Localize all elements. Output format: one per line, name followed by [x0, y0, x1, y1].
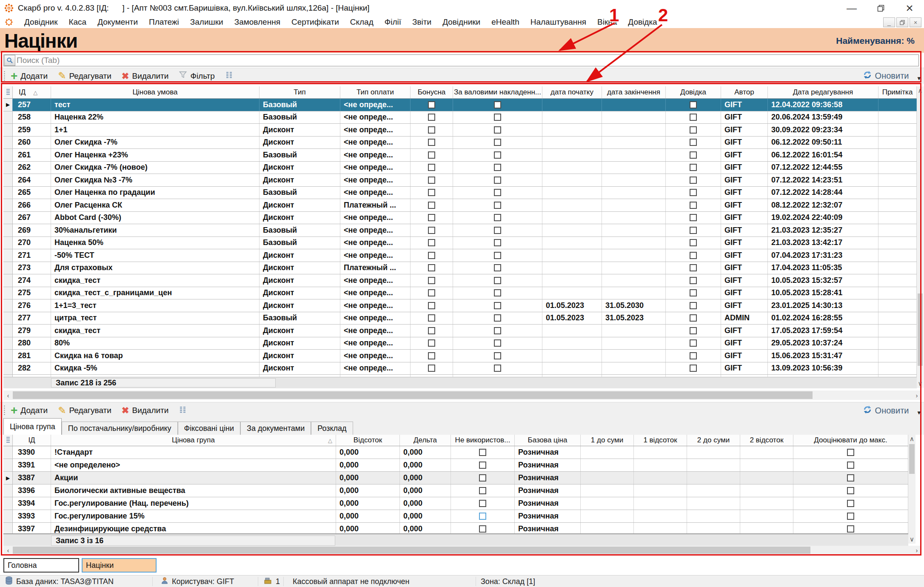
cell-bonus[interactable]: [411, 312, 453, 325]
cell-max[interactable]: [793, 446, 908, 459]
checkbox[interactable]: [690, 314, 697, 322]
menu-item[interactable]: Сертифікати: [286, 17, 345, 27]
checkbox[interactable]: [690, 139, 697, 146]
cell-gross[interactable]: [453, 262, 542, 274]
cell-gross[interactable]: [453, 124, 542, 136]
column-header-percent[interactable]: Відсоток: [336, 435, 400, 446]
table-row[interactable]: 273Для страховыхДисконтПлатежный ...GIFT…: [3, 262, 917, 275]
checkbox[interactable]: [428, 214, 435, 221]
mdi-minimize-icon[interactable]: _: [883, 17, 895, 27]
cell-not_used[interactable]: [451, 459, 515, 471]
cell-bonus[interactable]: [411, 187, 453, 199]
table-row[interactable]: 3396Биологически активные вещества0,0000…: [3, 484, 908, 497]
table-corner-icon[interactable]: [3, 435, 13, 446]
columns-button[interactable]: [220, 71, 239, 81]
table-row[interactable]: 3394Гос.регулирование (Нац. перечень)0,0…: [3, 497, 908, 510]
checkbox[interactable]: [479, 449, 486, 456]
cell-bonus[interactable]: [411, 262, 453, 274]
checkbox[interactable]: [428, 365, 435, 372]
checkbox[interactable]: [690, 202, 697, 209]
checkbox[interactable]: [847, 525, 854, 533]
filter-button[interactable]: Фільтр: [174, 71, 220, 81]
table-row[interactable]: 262Олег Скидка -7% (новое)Дисконт<не опр…: [3, 162, 917, 174]
table-row[interactable]: 282Скидка -5%Дисконт<не опреде...GIFT13.…: [3, 362, 917, 375]
cell-max[interactable]: [793, 459, 908, 471]
cell-help[interactable]: [666, 99, 721, 111]
column-header-group[interactable]: Цінова група△: [51, 435, 336, 446]
sort-asc-icon[interactable]: △: [33, 89, 37, 96]
checkbox[interactable]: [494, 302, 501, 309]
search-icon[interactable]: [4, 55, 15, 66]
table-row[interactable]: 271-50% ТЕСТДисконт<не опреде...GIFT07.0…: [3, 249, 917, 262]
checkbox[interactable]: [494, 114, 501, 121]
cell-bonus[interactable]: [411, 350, 453, 362]
checkbox[interactable]: [428, 302, 435, 309]
checkbox[interactable]: [494, 339, 501, 347]
checkbox[interactable]: [494, 151, 501, 159]
scroll-thumb[interactable]: [13, 547, 810, 554]
checkbox[interactable]: [847, 487, 854, 494]
checkbox[interactable]: [428, 177, 435, 184]
scroll-right-icon[interactable]: ›: [913, 546, 921, 555]
menu-item[interactable]: Вікна: [592, 17, 622, 27]
checkbox[interactable]: [479, 500, 486, 507]
column-header-pct1[interactable]: 1 відсоток: [634, 435, 687, 446]
table-row[interactable]: 265Олег Наценка по градацииБазовый<не оп…: [3, 187, 917, 199]
cell-bonus[interactable]: [411, 362, 453, 375]
tab-item[interactable]: По постачальнику/виробнику: [62, 422, 178, 435]
table-row[interactable]: 260Олег Скидка -7%Дисконт<не опреде...GI…: [3, 137, 917, 149]
window-tab-markups[interactable]: Націнки: [82, 558, 157, 573]
cell-bonus[interactable]: [411, 162, 453, 174]
cell-bonus[interactable]: [411, 137, 453, 149]
cell-bonus[interactable]: [411, 149, 453, 161]
table-row[interactable]: 261Олег Наценка +23%Базовый<не опреде...…: [3, 149, 917, 162]
column-header-delta[interactable]: Дельта: [400, 435, 451, 446]
menu-item[interactable]: Платежі: [143, 17, 185, 27]
checkbox[interactable]: [494, 352, 501, 359]
checkbox[interactable]: [494, 252, 501, 259]
cell-gross[interactable]: [453, 237, 542, 249]
menu-item[interactable]: Склад: [345, 17, 379, 27]
cell-help[interactable]: [666, 325, 721, 337]
table-row[interactable]: 270Наценка 50%Базовый<не опреде...GIFT21…: [3, 237, 917, 250]
checkbox[interactable]: [690, 277, 697, 284]
cell-not_used[interactable]: [451, 497, 515, 510]
checkbox[interactable]: [690, 126, 697, 134]
cell-help[interactable]: [666, 124, 721, 136]
cell-gross[interactable]: [453, 312, 542, 325]
add-button[interactable]: +Додати: [6, 71, 53, 81]
column-header-note[interactable]: Примітка: [878, 86, 917, 98]
cell-bonus[interactable]: [411, 325, 453, 337]
delete-button[interactable]: ✖Видалити: [117, 71, 174, 81]
checkbox[interactable]: [690, 239, 697, 246]
checkbox[interactable]: [690, 114, 697, 121]
column-header-sum1[interactable]: 1 до суми: [581, 435, 634, 446]
cell-gross[interactable]: [453, 350, 542, 362]
menu-item[interactable]: Залишки: [185, 17, 229, 27]
checkbox[interactable]: [690, 264, 697, 271]
cell-gross[interactable]: [453, 287, 542, 299]
menu-item[interactable]: Довідка: [622, 17, 662, 27]
cell-help[interactable]: [666, 299, 721, 312]
cell-help[interactable]: [666, 137, 721, 149]
cell-bonus[interactable]: [411, 287, 453, 299]
cell-bonus[interactable]: [411, 174, 453, 186]
menu-item[interactable]: Звіти: [407, 17, 437, 27]
cell-help[interactable]: [666, 287, 721, 299]
checkbox[interactable]: [847, 449, 854, 456]
checkbox[interactable]: [428, 151, 435, 159]
checkbox[interactable]: [690, 164, 697, 171]
cell-not_used[interactable]: [451, 484, 515, 497]
table-row[interactable]: 2591+1Дисконт<не опреде...GIFT30.09.2022…: [3, 124, 917, 137]
checkbox[interactable]: [494, 327, 501, 334]
checkbox[interactable]: [494, 177, 501, 184]
cell-gross[interactable]: [453, 362, 542, 375]
restore-icon[interactable]: [866, 0, 895, 16]
scroll-right-icon[interactable]: ›: [913, 390, 921, 400]
checkbox[interactable]: [494, 101, 501, 108]
cell-bonus[interactable]: [411, 337, 453, 350]
column-header-id[interactable]: ІД: [13, 435, 51, 446]
checkbox[interactable]: [494, 289, 501, 296]
checkbox[interactable]: [690, 352, 697, 359]
checkbox[interactable]: [494, 227, 501, 234]
